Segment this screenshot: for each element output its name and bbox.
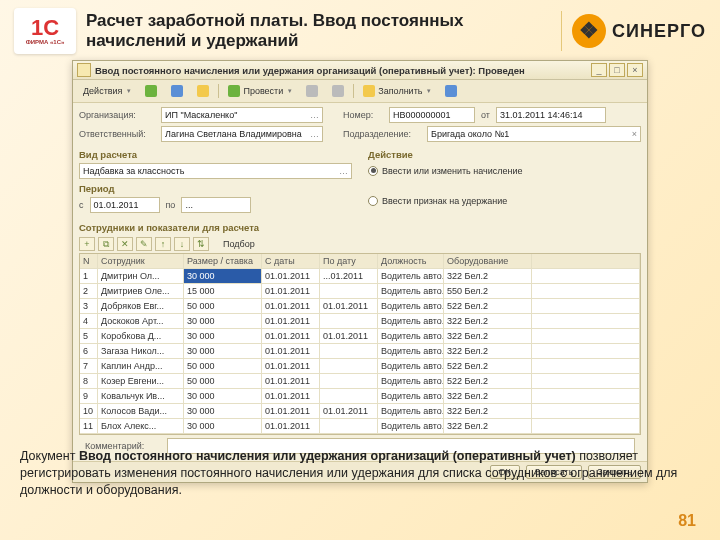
table-cell: 30 000 <box>184 329 262 343</box>
table-cell: 322 Бел.2 <box>444 329 532 343</box>
table-cell: 7 <box>80 359 98 373</box>
maximize-button[interactable]: □ <box>609 63 625 77</box>
row-up-button[interactable]: ↑ <box>155 237 171 251</box>
tb-undo[interactable] <box>301 83 323 99</box>
col-n[interactable]: N <box>80 254 98 268</box>
num-label: Номер: <box>343 110 383 120</box>
table-row[interactable]: 4Доскоков Арт...30 00001.01.2011Водитель… <box>80 314 640 329</box>
table-cell: 550 Бел.2 <box>444 284 532 298</box>
radio-off-icon <box>368 196 378 206</box>
table-row[interactable]: 7Каплин Андр...50 00001.01.2011Водитель … <box>80 359 640 374</box>
table-cell: Водитель авто... <box>378 329 444 343</box>
conduct-menu[interactable]: Провести <box>223 83 297 99</box>
pick-button[interactable]: Подбор <box>218 237 260 251</box>
table-row[interactable]: 6Загаза Никол...30 00001.01.2011Водитель… <box>80 344 640 359</box>
table-cell: Водитель авто... <box>378 359 444 373</box>
tb-new[interactable] <box>140 83 162 99</box>
table-cell: Колосов Вади... <box>98 404 184 418</box>
table-cell: 15 000 <box>184 284 262 298</box>
table-cell: 322 Бел.2 <box>444 419 532 433</box>
table-cell: 01.01.2011 <box>320 299 378 313</box>
tb-help[interactable] <box>440 83 462 99</box>
table-cell: 01.01.2011 <box>262 419 320 433</box>
num-field[interactable]: НВ000000001 <box>389 107 475 123</box>
org-field[interactable]: ИП "Маскаленко" <box>161 107 323 123</box>
tb-del[interactable] <box>327 83 349 99</box>
page-number: 81 <box>678 512 696 530</box>
subdiv-field[interactable]: Бригада около №1 <box>427 126 641 142</box>
table-cell: 522 Бел.2 <box>444 374 532 388</box>
col-emp[interactable]: Сотрудник <box>98 254 184 268</box>
date-field[interactable]: 31.01.2011 14:46:14 <box>496 107 606 123</box>
table-cell: 322 Бел.2 <box>444 269 532 283</box>
table-row[interactable]: 2Дмитриев Оле...15 00001.01.2011Водитель… <box>80 284 640 299</box>
row-down-button[interactable]: ↓ <box>174 237 190 251</box>
table-cell: 01.01.2011 <box>262 269 320 283</box>
table-cell: 30 000 <box>184 269 262 283</box>
table-cell: 322 Бел.2 <box>444 404 532 418</box>
table-cell: Водитель авто... <box>378 269 444 283</box>
table-row[interactable]: 8Козер Евгени...50 00001.01.2011Водитель… <box>80 374 640 389</box>
action-group-title: Действие <box>368 149 641 160</box>
resp-field[interactable]: Лагина Светлана Владимировна <box>161 126 323 142</box>
col-from[interactable]: С даты <box>262 254 320 268</box>
table-row[interactable]: 10Колосов Вади...30 00001.01.201101.01.2… <box>80 404 640 419</box>
minimize-button[interactable]: _ <box>591 63 607 77</box>
period-to-label: по <box>166 200 176 210</box>
table-cell: 8 <box>80 374 98 388</box>
row-sort-button[interactable]: ⇅ <box>193 237 209 251</box>
col-pos[interactable]: Должность <box>378 254 444 268</box>
org-label: Организация: <box>79 110 155 120</box>
row-add-button[interactable]: + <box>79 237 95 251</box>
table-cell: 01.01.2011 <box>262 374 320 388</box>
table-cell: 50 000 <box>184 359 262 373</box>
save-icon <box>171 85 183 97</box>
table-row[interactable]: 9Ковальчук Ив...30 00001.01.2011Водитель… <box>80 389 640 404</box>
table-cell: Водитель авто... <box>378 299 444 313</box>
table-cell: Водитель авто... <box>378 374 444 388</box>
table-cell: 322 Бел.2 <box>444 344 532 358</box>
table-cell: Водитель авто... <box>378 344 444 358</box>
table-cell: 01.01.2011 <box>262 284 320 298</box>
table-cell: Водитель авто... <box>378 389 444 403</box>
period-from-field[interactable]: 01.01.2011 <box>90 197 160 213</box>
row-edit-button[interactable]: ✎ <box>136 237 152 251</box>
table-row[interactable]: 5Коробкова Д...30 00001.01.201101.01.201… <box>80 329 640 344</box>
table-cell: 5 <box>80 329 98 343</box>
caption: Документ Ввод постоянного начисления или… <box>20 448 700 499</box>
table-cell <box>320 419 378 433</box>
tb-save[interactable] <box>166 83 188 99</box>
tb-refresh[interactable] <box>192 83 214 99</box>
radio-accrual[interactable]: Ввести или изменить начисление <box>368 163 641 178</box>
table-cell: Каплин Андр... <box>98 359 184 373</box>
fill-menu[interactable]: Заполнить <box>358 83 436 99</box>
row-del-button[interactable]: ✕ <box>117 237 133 251</box>
close-button[interactable]: × <box>627 63 643 77</box>
table-cell: 1 <box>80 269 98 283</box>
actions-menu[interactable]: Действия <box>78 84 136 98</box>
employees-title: Сотрудники и показатели для расчета <box>79 222 641 233</box>
table-row[interactable]: 11Блох Алекс...30 00001.01.2011Водитель … <box>80 419 640 434</box>
table-cell: Козер Евгени... <box>98 374 184 388</box>
radio-deduction-label: Ввести признак на удержание <box>382 196 507 206</box>
period-to-field[interactable]: ... <box>181 197 251 213</box>
col-rate[interactable]: Размер / ставка <box>184 254 262 268</box>
table-cell: 9 <box>80 389 98 403</box>
table-cell: Водитель авто... <box>378 314 444 328</box>
row-copy-button[interactable]: ⧉ <box>98 237 114 251</box>
table-cell: 01.01.2011 <box>262 389 320 403</box>
org-value: ИП "Маскаленко" <box>165 110 237 120</box>
calc-field[interactable]: Надбавка за классность <box>79 163 352 179</box>
table-row[interactable]: 1Дмитрин Ол...30 00001.01.2011...01.2011… <box>80 269 640 284</box>
table-cell: 01.01.2011 <box>262 404 320 418</box>
num-value: НВ000000001 <box>393 110 451 120</box>
resp-value: Лагина Светлана Владимировна <box>165 129 302 139</box>
table-cell: Водитель авто... <box>378 419 444 433</box>
col-equip[interactable]: Оборудование <box>444 254 532 268</box>
table-row[interactable]: 3Добряков Евг...50 00001.01.201101.01.20… <box>80 299 640 314</box>
radio-deduction[interactable]: Ввести признак на удержание <box>368 193 641 208</box>
period-from-label: с <box>79 200 84 210</box>
table-cell: 50 000 <box>184 299 262 313</box>
col-to[interactable]: По дату <box>320 254 378 268</box>
resp-label: Ответственный: <box>79 129 155 139</box>
